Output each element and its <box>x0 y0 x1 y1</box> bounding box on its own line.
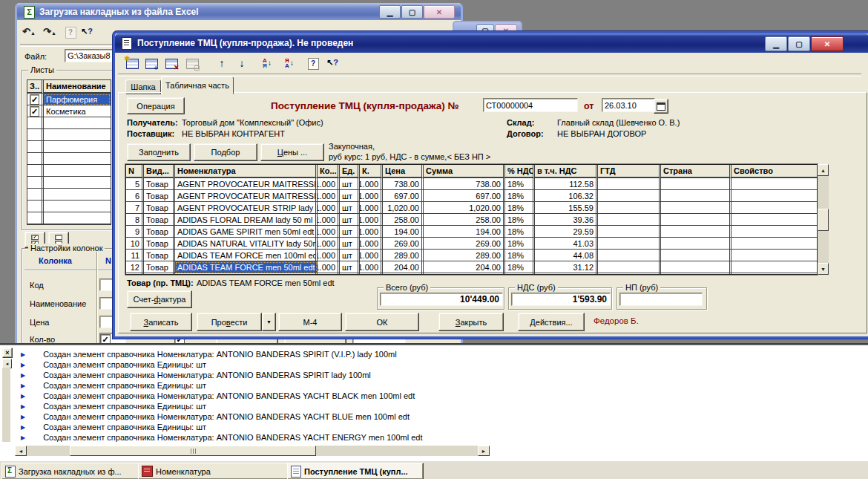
cell-n[interactable]: 11 <box>126 250 144 261</box>
taskbar-item-doc-active[interactable]: Поступление ТМЦ (купл... <box>287 463 424 479</box>
invoice-button[interactable]: Счет-фактура <box>127 290 192 308</box>
cell-kind[interactable]: Товар <box>144 202 175 214</box>
log-entry[interactable]: ▶Создан элемент справочника Единицы: шт <box>21 359 206 370</box>
cell-k[interactable]: 1.000 <box>360 214 383 226</box>
sort-ascending-icon[interactable]: АЯ↓ <box>257 56 277 70</box>
cell-country[interactable] <box>661 214 731 226</box>
doc-date-input[interactable] <box>602 98 655 112</box>
cell-k[interactable]: 1.000 <box>360 190 383 202</box>
cell-name-selected[interactable]: ADIDAS TEAM FORCE men 50ml edt <box>175 261 318 273</box>
cell-gtd[interactable] <box>598 226 661 238</box>
log-entry[interactable]: ▶Создан элемент справочника Номенклатура… <box>21 391 415 401</box>
close-button[interactable]: ✕ <box>811 36 844 51</box>
scrollbar-thumb[interactable] <box>818 209 829 231</box>
cell-country[interactable] <box>661 261 731 273</box>
cell-property[interactable] <box>731 250 817 261</box>
cell-sum[interactable]: 697.00 <box>424 190 505 202</box>
cell-gtd[interactable] <box>598 250 661 261</box>
prices-button[interactable]: Цены ... <box>260 143 324 161</box>
cell-vat-amt[interactable]: 31.12 <box>535 261 598 273</box>
maximize-button[interactable]: ▢ <box>788 36 810 51</box>
cell-vat-amt[interactable]: 155.59 <box>535 202 598 214</box>
close-button[interactable]: ✕ <box>424 5 455 19</box>
reload-sheets-icon[interactable]: ↷▲ <box>42 25 57 39</box>
cell-price[interactable]: 204.00 <box>383 261 424 273</box>
doc-number-input[interactable] <box>483 98 578 112</box>
cell-price[interactable]: 738.00 <box>383 178 424 190</box>
cell-kind[interactable]: Товар <box>144 178 175 190</box>
cell-gtd[interactable] <box>598 190 661 202</box>
taskbar-item-nomenclature[interactable]: Номенклатура <box>138 463 292 479</box>
cell-qty[interactable]: 1.000 <box>318 178 340 190</box>
cell-gtd[interactable] <box>598 178 661 190</box>
cell-unit[interactable]: шт <box>340 178 360 190</box>
taskbar-item-excel-load[interactable]: Σ Загрузка накладных из ф... <box>1 463 143 479</box>
cell-qty[interactable]: 1.000 <box>318 226 340 238</box>
table-scrollbar[interactable]: ▲ ▼ <box>818 164 829 275</box>
cell-property[interactable] <box>731 226 817 238</box>
cell-sum[interactable]: 289.00 <box>424 250 505 261</box>
cell-sum[interactable]: 258.00 <box>424 214 505 226</box>
cell-vat-pct[interactable]: 18% <box>505 202 535 214</box>
post-button[interactable]: Провести <box>197 313 262 331</box>
cell-unit[interactable]: шт <box>340 202 360 214</box>
m4-button[interactable]: М-4 <box>278 313 342 331</box>
tab-table-part[interactable]: Табличная часть <box>161 76 234 94</box>
cell-unit[interactable]: шт <box>340 190 360 202</box>
log-entry[interactable]: ▶Создан элемент справочника Номенклатура… <box>21 349 397 359</box>
cell-property[interactable] <box>731 261 817 273</box>
maximize-button[interactable]: ▢ <box>401 5 423 19</box>
post-dropdown-button[interactable]: ▼ <box>262 313 276 331</box>
log-entry[interactable]: ▶Создан элемент справочника Номенклатура… <box>21 411 410 422</box>
cell-name[interactable]: ADIDAS GAME SPIRIT men 50ml edt <box>175 226 318 238</box>
pick-button[interactable]: Подбор <box>194 143 257 161</box>
cell-vat-amt[interactable]: 29.59 <box>535 226 598 238</box>
cell-k[interactable]: 1.000 <box>360 202 383 214</box>
scrollbar-thumb[interactable] <box>70 446 316 456</box>
move-up-icon[interactable]: ↑ <box>214 56 229 70</box>
cell-vat-pct[interactable]: 18% <box>505 238 535 250</box>
doc-window-titlebar[interactable]: Поступление ТМЦ (купля-продажа). Не пров… <box>115 33 868 53</box>
cell-vat-amt[interactable]: 41.03 <box>535 238 598 250</box>
cell-n[interactable]: 10 <box>126 238 144 250</box>
load-sheets-icon[interactable]: ↶▲ <box>22 25 36 39</box>
scroll-left-button[interactable]: ◄ <box>15 446 27 456</box>
cell-vat-pct[interactable]: 18% <box>505 250 535 261</box>
log-entry[interactable]: ▶Создан элемент справочника Номенклатура… <box>21 432 422 443</box>
cell-name[interactable]: AGENT PROVOCATEUR MAITRESSE lad <box>175 178 318 190</box>
cell-gtd[interactable] <box>598 238 661 250</box>
cell-n[interactable]: 6 <box>126 190 144 202</box>
cell-k[interactable]: 1.000 <box>360 226 383 238</box>
cell-n[interactable]: 9 <box>126 226 144 238</box>
log-entry[interactable]: ▶Создан элемент справочника Единицы: шт <box>21 422 206 432</box>
scroll-down-button[interactable]: ▼ <box>818 263 829 275</box>
operation-button[interactable]: Операция <box>127 97 185 114</box>
cell-qty[interactable]: 1.000 <box>318 202 340 214</box>
cell-gtd[interactable] <box>598 261 661 273</box>
cell-unit[interactable]: шт <box>340 250 360 261</box>
save-button[interactable]: Записать <box>130 313 192 331</box>
cell-sum[interactable]: 194.00 <box>424 226 505 238</box>
log-entry[interactable]: ▶Создан элемент справочника Номенклатура… <box>21 370 371 380</box>
delete-row-icon[interactable]: ✕ <box>164 56 179 71</box>
cell-vat-amt[interactable]: 44.08 <box>535 250 598 261</box>
cell-property[interactable] <box>731 190 817 202</box>
cell-kind[interactable]: Товар <box>144 226 175 238</box>
cell-property[interactable] <box>731 178 817 190</box>
close-doc-button[interactable]: Закрыть <box>438 313 504 331</box>
cell-qty[interactable]: 1.000 <box>318 261 340 273</box>
actions-button[interactable]: Действия... <box>518 313 585 331</box>
cell-gtd[interactable] <box>598 214 661 226</box>
cell-country[interactable] <box>661 226 731 238</box>
cell-property[interactable] <box>731 214 817 226</box>
minimize-button[interactable]: ▁ <box>765 36 787 51</box>
cell-price[interactable]: 1,020.00 <box>383 202 424 214</box>
cell-kind[interactable]: Товар <box>144 238 175 250</box>
cell-vat-pct[interactable]: 18% <box>505 214 535 226</box>
sheet-checkbox[interactable]: ✓ <box>27 94 44 105</box>
cell-qty[interactable]: 1.000 <box>318 250 340 261</box>
cell-n[interactable]: 7 <box>126 202 144 214</box>
context-help-icon[interactable]: ↖? <box>325 56 340 70</box>
sort-descending-icon[interactable]: ЯА↓ <box>280 56 299 70</box>
log-v-scrollbar[interactable] <box>2 368 10 442</box>
